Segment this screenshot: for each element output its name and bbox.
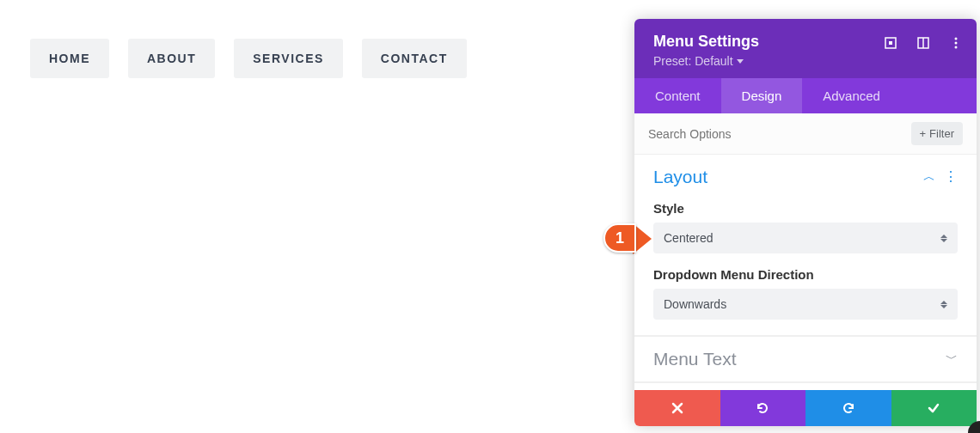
section-layout: Layout ︿ ⋮ Style Centered Dropdown Menu …: [634, 155, 977, 337]
plus-icon: +: [920, 127, 927, 140]
filter-label: Filter: [929, 127, 954, 140]
section-menu-text-title: Menu Text: [653, 349, 737, 369]
expand-icon[interactable]: [884, 36, 897, 50]
svg-point-6: [955, 46, 958, 49]
redo-icon: [842, 401, 855, 415]
style-select[interactable]: Centered: [653, 223, 958, 253]
panel-header[interactable]: Menu Settings Preset: Default: [634, 19, 977, 78]
section-layout-title: Layout: [653, 167, 707, 187]
preset-selector[interactable]: Preset: Default: [653, 54, 958, 68]
svg-point-5: [955, 42, 958, 45]
menu-item-services[interactable]: SERVICES: [234, 39, 343, 78]
svg-point-4: [955, 38, 958, 40]
settings-panel: Menu Settings Preset: Default Content De…: [634, 19, 977, 426]
panel-scroll[interactable]: Layout ︿ ⋮ Style Centered Dropdown Menu …: [634, 155, 977, 390]
menu-item-contact[interactable]: CONTACT: [362, 39, 467, 78]
style-value: Centered: [664, 231, 714, 245]
search-row: + Filter: [634, 113, 977, 155]
annotation-marker-number: 1: [603, 223, 636, 253]
menu-item-home[interactable]: HOME: [30, 39, 109, 78]
style-label: Style: [653, 201, 958, 216]
tab-content[interactable]: Content: [634, 78, 721, 113]
check-icon: [927, 401, 940, 415]
chevron-down-icon: ﹀: [946, 351, 958, 367]
undo-icon: [756, 401, 769, 415]
annotation-marker-1: 1: [603, 223, 653, 256]
discard-button[interactable]: [634, 390, 720, 426]
svg-rect-1: [889, 41, 892, 45]
preset-label: Preset: Default: [653, 54, 733, 68]
select-caret-icon: [940, 235, 947, 242]
filter-button[interactable]: + Filter: [911, 122, 963, 145]
columns-icon[interactable]: [916, 36, 930, 50]
menu-item-about[interactable]: ABOUT: [128, 39, 215, 78]
direction-label: Dropdown Menu Direction: [653, 267, 958, 282]
section-layout-header[interactable]: Layout ︿ ⋮: [653, 167, 958, 187]
tabs: Content Design Advanced: [634, 78, 977, 113]
section-menu-text: Menu Text ﹀: [634, 337, 977, 383]
undo-button[interactable]: [720, 390, 806, 426]
chevron-down-icon: [737, 59, 744, 64]
panel-footer: [634, 390, 977, 426]
more-icon[interactable]: ⋮: [944, 170, 958, 184]
direction-select[interactable]: Downwards: [653, 289, 958, 320]
direction-value: Downwards: [664, 297, 726, 311]
menu-preview: HOME ABOUT SERVICES CONTACT: [30, 39, 467, 78]
close-icon: [671, 402, 683, 414]
tab-design[interactable]: Design: [721, 78, 803, 113]
save-button[interactable]: [891, 390, 977, 426]
section-menu-text-header[interactable]: Menu Text ﹀: [653, 349, 958, 369]
select-caret-icon: [940, 301, 947, 308]
tab-advanced[interactable]: Advanced: [802, 78, 901, 113]
redo-button[interactable]: [805, 390, 891, 426]
chevron-up-icon: ︿: [923, 169, 935, 185]
more-icon[interactable]: [949, 36, 963, 50]
search-input[interactable]: [648, 127, 911, 141]
